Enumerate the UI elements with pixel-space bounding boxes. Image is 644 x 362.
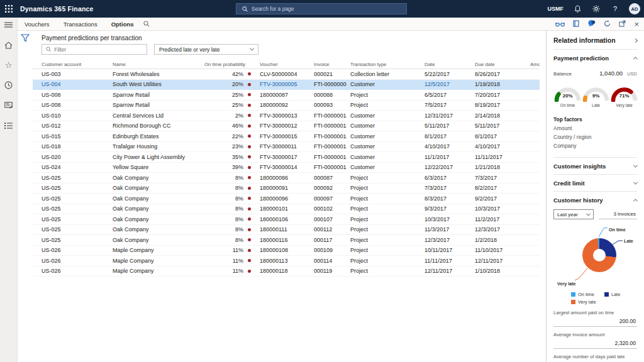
donut-label-late: Late <box>624 238 633 244</box>
table-row[interactable]: US-025Oak Company8%180000116000117Projec… <box>33 235 540 246</box>
grid-cell: 8% <box>204 206 243 212</box>
table-row[interactable]: US-026Maple Company11%180000118000119Pro… <box>33 266 540 277</box>
col-customer-account[interactable]: Customer account <box>42 62 113 67</box>
tab-options[interactable]: Options <box>104 21 141 28</box>
menu-search-icon[interactable] <box>143 18 150 30</box>
refresh-icon[interactable] <box>604 18 611 30</box>
home-icon[interactable] <box>4 40 13 50</box>
workspaces-icon[interactable] <box>4 101 13 110</box>
grid-cell: 9/3/2017 <box>421 206 471 212</box>
col-voucher[interactable]: Voucher <box>255 62 310 67</box>
grid-cell: US-025 <box>42 175 113 181</box>
grid-cell: 8/26/2017 <box>471 71 526 77</box>
grid-cell: 10/3/2017 <box>421 216 471 222</box>
global-search-placeholder: Search for a page <box>252 6 294 12</box>
filter-input[interactable] <box>54 47 143 53</box>
grid-cell: 5/11/2017 <box>421 123 471 129</box>
customer-history-header[interactable]: Customer history <box>553 192 637 208</box>
grid-cell: 000107 <box>310 216 347 222</box>
grid-cell: US-008 <box>42 92 113 98</box>
risk-dot-icon <box>248 114 251 117</box>
notifications-bell-icon[interactable] <box>572 4 582 14</box>
table-row[interactable]: US-026Maple Company11%180000108000109Pro… <box>33 246 540 256</box>
col-on-time-probability[interactable]: On time probability <box>204 62 243 67</box>
risk-dot-cell <box>243 187 255 190</box>
office-book-icon[interactable] <box>573 18 579 30</box>
open-in-new-window-icon[interactable] <box>619 18 626 30</box>
grid-cell: Customer <box>347 112 421 119</box>
grid-cell: Project <box>347 92 421 98</box>
history-period-dropdown[interactable]: Last year <box>553 209 594 219</box>
modules-list-icon[interactable] <box>4 121 13 130</box>
related-information-header[interactable]: Related information <box>553 31 637 49</box>
grid-cell: 8% <box>204 216 243 222</box>
help-icon[interactable]: ? <box>610 4 620 14</box>
table-row[interactable]: US-020City Power & Light Assembly35%FTV-… <box>33 152 540 163</box>
col-amount[interactable]: Amount <box>526 62 540 67</box>
tab-vouchers[interactable]: Vouchers <box>18 21 57 28</box>
grid-cell: FTV-30000014 <box>255 164 310 170</box>
filter-funnel-icon[interactable] <box>21 34 30 42</box>
col-name[interactable]: Name <box>113 62 204 67</box>
messages-chat-icon[interactable] <box>587 18 596 30</box>
col-transaction-type[interactable]: Transaction type <box>347 62 421 67</box>
table-row[interactable]: US-025Oak Company8%180000091000092Projec… <box>33 184 540 194</box>
table-row[interactable]: US-018Trafalgar Housing23%FTV-30000011FT… <box>33 142 540 153</box>
settings-gear-icon[interactable] <box>591 4 601 14</box>
table-row[interactable]: US-025Oak Company8%180000111000112Projec… <box>33 225 540 236</box>
col-invoice[interactable]: Invoice <box>310 62 347 67</box>
tab-transactions[interactable]: Transactions <box>57 21 104 28</box>
prediction-filter-dropdown[interactable]: Predicted late or very late <box>154 44 258 55</box>
preview-glasses-icon[interactable] <box>555 18 565 30</box>
table-row[interactable]: US-015Edinburgh Estates22%FTV-30000015FT… <box>33 131 540 142</box>
balance-currency: USD <box>627 71 637 77</box>
table-row[interactable]: US-004South West Utilities20%FTV-3000000… <box>33 80 540 90</box>
grid-filter-field[interactable] <box>42 44 147 55</box>
table-row[interactable]: US-012Richmond Borough CC46%FTV-30000012… <box>33 121 540 132</box>
table-row[interactable]: US-008Sparrow Retail25%180000087000088Pr… <box>33 90 540 101</box>
grid-cell: Maple Company <box>113 258 204 264</box>
payment-prediction-header[interactable]: Payment prediction <box>553 50 637 66</box>
grid-cell: Customer <box>347 123 421 129</box>
table-row[interactable]: US-025Oak Company8%180000096000097Projec… <box>33 194 540 204</box>
favorites-star-icon[interactable]: ☆ <box>4 60 13 70</box>
table-row[interactable]: US-025Oak Company8%180000106000107Projec… <box>33 214 540 225</box>
customer-insights-header[interactable]: Customer insights <box>553 158 637 174</box>
chevron-down-icon <box>633 163 638 168</box>
table-row[interactable]: US-024Yellow Square39%FTV-30000014FTI-00… <box>33 163 540 173</box>
balance-row: Balance 1,040.00 USD <box>553 70 637 77</box>
user-avatar[interactable]: AD <box>629 3 640 14</box>
nav-hamburger-icon[interactable] <box>4 20 13 30</box>
table-row[interactable]: US-010Central Services Ltd2%FTV-30000013… <box>33 111 540 121</box>
table-row[interactable]: US-025Oak Company8%180000101000102Projec… <box>33 204 540 215</box>
stat-average-days-paid-late: Average number of days paid late 16 <box>553 354 637 362</box>
col-due-date[interactable]: Due date <box>471 62 526 67</box>
grid-cell: CLV-50000004 <box>255 71 310 77</box>
grid-cell: Project <box>347 258 421 264</box>
credit-limit-header[interactable]: Credit limit <box>553 175 637 191</box>
grid-cell: 180000101 <box>255 206 310 212</box>
close-icon[interactable]: × <box>634 20 639 28</box>
table-row[interactable]: US-025Oak Company8%180000086000087Projec… <box>33 173 540 184</box>
table-row[interactable]: US-008Sparrow Retail25%180000092000093Pr… <box>33 101 540 111</box>
app-launcher-waffle-icon[interactable] <box>0 0 18 18</box>
col-date[interactable]: Date <box>421 62 471 67</box>
risk-dot-icon <box>248 176 251 179</box>
grid-cell: Project <box>347 216 421 222</box>
grid-cell: FTI-00000013 <box>310 123 347 129</box>
table-row[interactable]: US-003Forest Wholesales42%CLV-5000000400… <box>33 69 540 80</box>
table-row[interactable]: US-026Maple Company11%180000113000114Pro… <box>33 256 540 266</box>
grid-cell: 1/2/2018 <box>471 237 526 243</box>
grid-cell: 25% <box>204 92 243 98</box>
company-picker[interactable]: USMF <box>548 6 564 12</box>
grid-cell: Sparrow Retail <box>113 102 204 108</box>
grid-cell: US-003 <box>42 71 113 77</box>
risk-dot-icon <box>248 83 251 86</box>
global-search-box[interactable]: Search for a page <box>236 3 407 14</box>
grid-cell: US-025 <box>42 237 113 243</box>
recent-clock-icon[interactable] <box>4 80 13 90</box>
grid-cell: 11/2/2017 <box>471 216 526 222</box>
risk-dot-cell <box>243 249 255 252</box>
grid-cell: South West Utilities <box>113 81 204 87</box>
gauge-late-value: 9% <box>582 93 610 99</box>
